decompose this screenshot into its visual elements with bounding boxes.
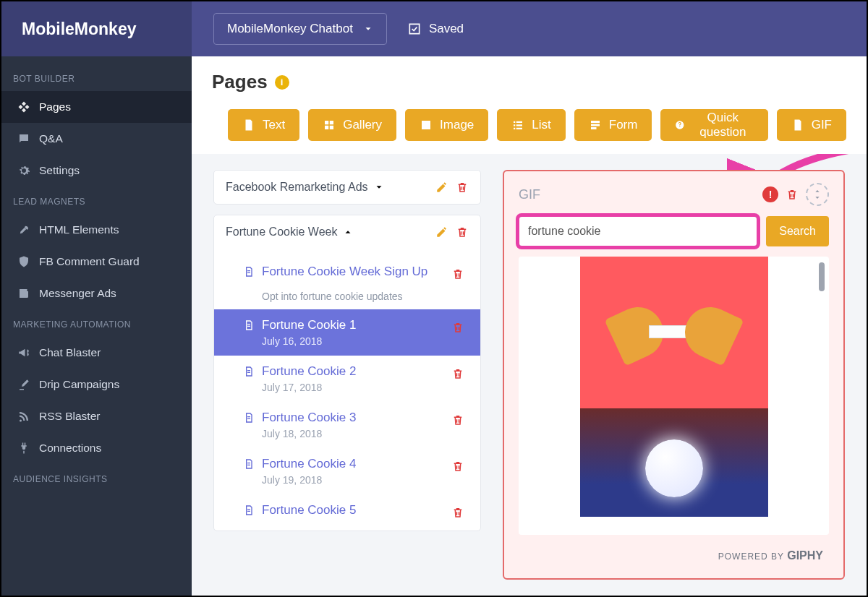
delete-page-button[interactable] [451, 367, 464, 380]
list-icon [511, 119, 524, 132]
gif-result-item[interactable] [580, 408, 768, 517]
page-row-subtext: Opt into fortune cookie updates [214, 288, 480, 309]
page-row-title: Fortune Cookie 1 [262, 318, 356, 332]
page-row-date: July 19, 2018 [262, 474, 459, 486]
page-row[interactable]: Fortune Cookie 1July 16, 2018 [214, 309, 480, 356]
widget-image-button[interactable]: Image [405, 109, 488, 141]
page-row-date: July 16, 2018 [262, 335, 459, 347]
question-icon [675, 119, 685, 132]
delete-page-button[interactable] [451, 506, 464, 519]
gif-search-button[interactable]: Search [766, 216, 829, 246]
chevron-down-icon [374, 182, 384, 192]
gear-icon [17, 164, 30, 177]
page-row[interactable]: Fortune Cookie Week Sign Up [214, 256, 480, 288]
sidebar-item-label: Chat Blaster [39, 346, 101, 359]
sidebar-item-label: RSS Blaster [39, 410, 100, 423]
page-row-title: Fortune Cookie Week Sign Up [262, 265, 427, 279]
sidebar-item-fb-comment-guard[interactable]: FB Comment Guard [1, 246, 192, 278]
rocket-icon [17, 223, 30, 236]
nav-section-label: LEAD MAGNETS [1, 186, 192, 214]
diamond-icon [17, 100, 30, 113]
widget-gif-button[interactable]: GIF [777, 109, 846, 141]
edit-group-button[interactable] [435, 226, 448, 239]
alert-icon[interactable]: ! [762, 186, 778, 202]
giphy-attribution: POWERED BY GIPHY [519, 545, 829, 567]
sidebar-item-label: HTML Elements [39, 223, 119, 236]
sidebar-item-label: FB Comment Guard [39, 255, 140, 268]
page-row-date: July 18, 2018 [262, 428, 459, 439]
sidebar-item-label: Settings [39, 164, 80, 177]
sidebar-item-messenger-ads[interactable]: Messenger Ads [1, 278, 192, 309]
gif-results[interactable] [519, 257, 829, 535]
form-icon [589, 119, 602, 132]
delete-group-button[interactable] [456, 226, 469, 239]
sidebar-item-connections[interactable]: Connections [1, 432, 192, 464]
plug-icon [17, 442, 30, 455]
page-icon [243, 319, 255, 331]
file-icon [791, 119, 804, 132]
news-icon [17, 287, 30, 300]
sidebar-item-label: Pages [39, 100, 71, 113]
delete-widget-button[interactable] [786, 188, 799, 201]
widget-text-button[interactable]: Text [228, 109, 299, 141]
page-row[interactable]: Fortune Cookie 5 [214, 494, 480, 526]
chevron-up-icon [343, 227, 353, 237]
gif-column: GIF ! Search [503, 170, 845, 580]
sidebar-item-label: Q&A [39, 132, 63, 145]
page-row[interactable]: Fortune Cookie 3July 18, 2018 [214, 402, 480, 448]
page-group-header[interactable]: Fortune Cookie Week [214, 215, 480, 249]
page-row-title: Fortune Cookie 4 [262, 457, 356, 471]
brand-logo: MobileMonkey [1, 1, 192, 56]
topbar: MobileMonkey Chatbot Saved [192, 1, 867, 56]
page-icon [243, 412, 255, 424]
gif-search-input[interactable] [519, 216, 757, 246]
drag-handle[interactable] [806, 183, 829, 206]
sidebar-item-label: Drip Campaigns [39, 378, 119, 391]
sidebar-item-drip-campaigns[interactable]: Drip Campaigns [1, 369, 192, 400]
delete-page-button[interactable] [451, 321, 464, 334]
sidebar-item-html-elements[interactable]: HTML Elements [1, 214, 192, 246]
widget-gallery-button[interactable]: Gallery [308, 109, 396, 141]
bot-selector[interactable]: MobileMonkey Chatbot [213, 13, 387, 45]
widget-form-button[interactable]: Form [574, 109, 652, 141]
chat-icon [17, 132, 30, 145]
page-icon [243, 458, 255, 470]
scrollbar-thumb[interactable] [819, 262, 825, 291]
page-icon [243, 266, 255, 278]
gif-result-item[interactable] [580, 257, 768, 408]
nav-section-label: MARKETING AUTOMATION [1, 309, 192, 337]
edit-group-button[interactable] [435, 181, 448, 194]
rss-icon [17, 410, 30, 423]
sidebar-item-pages[interactable]: Pages [1, 91, 192, 123]
page-group: Fortune Cookie Week Fortune Cookie Week … [213, 215, 481, 531]
delete-page-button[interactable] [451, 267, 464, 280]
sidebar-item-label: Messenger Ads [39, 287, 116, 300]
page-group: Facebook Remarketing Ads [213, 170, 481, 205]
delete-group-button[interactable] [456, 181, 469, 194]
bot-selector-label: MobileMonkey Chatbot [227, 22, 353, 36]
delete-page-button[interactable] [451, 460, 464, 473]
sidebar-item-chat-blaster[interactable]: Chat Blaster [1, 337, 192, 369]
saved-indicator: Saved [407, 22, 464, 36]
widget-toolbar: TextGalleryImageListFormQuick questionGI… [192, 100, 867, 154]
page-row[interactable]: Fortune Cookie 2July 17, 2018 [214, 356, 480, 402]
sidebar-item-settings[interactable]: Settings [1, 155, 192, 186]
page-row-title: Fortune Cookie 5 [262, 503, 356, 517]
grid-icon [323, 119, 336, 132]
widget-list-button[interactable]: List [497, 109, 565, 141]
nav-section-label: BOT BUILDER [1, 64, 192, 91]
sidebar-item-rss-blaster[interactable]: RSS Blaster [1, 400, 192, 432]
shield-icon [17, 255, 30, 268]
page-row-title: Fortune Cookie 2 [262, 364, 356, 379]
dropper-icon [17, 378, 30, 391]
sidebar-item-q-a[interactable]: Q&A [1, 123, 192, 155]
page-row[interactable]: Fortune Cookie 4July 19, 2018 [214, 448, 480, 494]
megaphone-icon [17, 346, 30, 359]
info-icon[interactable]: i [275, 75, 289, 90]
checkbox-icon [407, 22, 422, 36]
delete-page-button[interactable] [451, 413, 464, 426]
page-row-title: Fortune Cookie 3 [262, 411, 356, 425]
sidebar-item-label: Connections [39, 442, 101, 455]
widget-quick-question-button[interactable]: Quick question [660, 109, 767, 141]
page-group-header[interactable]: Facebook Remarketing Ads [214, 171, 480, 204]
